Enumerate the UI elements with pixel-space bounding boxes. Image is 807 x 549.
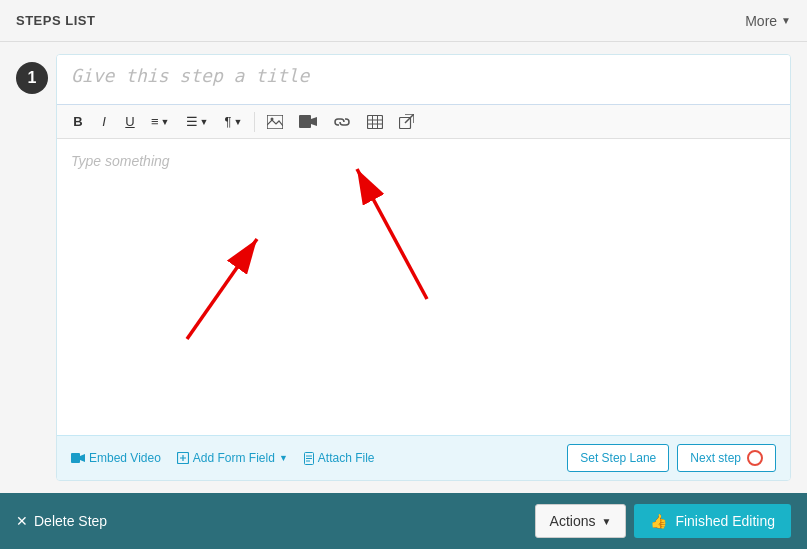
form-icon — [177, 452, 189, 464]
action-bar: ✕ Delete Step Actions ▼ 👍 Finished Editi… — [0, 493, 807, 549]
footer-buttons: Set Step Lane Next step — [567, 444, 776, 472]
actions-chevron-icon: ▼ — [601, 516, 611, 527]
table-button[interactable] — [361, 112, 389, 132]
attach-icon — [304, 452, 314, 465]
external-link-icon — [399, 114, 414, 129]
x-icon: ✕ — [16, 513, 28, 529]
table-icon — [367, 115, 383, 129]
next-step-button[interactable]: Next step — [677, 444, 776, 472]
editor-toolbar: B I U ≡▼ ☰▼ ¶▼ — [57, 105, 790, 139]
page-title: STEPS LIST — [16, 13, 95, 28]
editor-card: B I U ≡▼ ☰▼ ¶▼ — [56, 54, 791, 481]
delete-step-button[interactable]: ✕ Delete Step — [16, 513, 107, 529]
external-link-button[interactable] — [393, 111, 420, 132]
underline-button[interactable]: U — [119, 111, 141, 132]
action-buttons-group: Actions ▼ 👍 Finished Editing — [535, 504, 791, 538]
svg-rect-4 — [368, 115, 383, 128]
add-form-field-link[interactable]: Add Form Field ▼ — [177, 451, 288, 465]
svg-marker-3 — [311, 117, 317, 126]
unordered-list-button[interactable]: ☰▼ — [180, 111, 215, 132]
finished-editing-button[interactable]: 👍 Finished Editing — [634, 504, 791, 538]
video-small-icon — [71, 453, 85, 463]
image-button[interactable] — [261, 112, 289, 132]
step-number-badge: 1 — [16, 62, 48, 94]
card-footer: Embed Video Add Form Field ▼ — [57, 435, 790, 480]
bold-button[interactable]: B — [67, 111, 89, 132]
attach-file-link[interactable]: Attach File — [304, 451, 375, 465]
content-container: Type something — [57, 139, 790, 435]
svg-rect-2 — [299, 115, 311, 128]
ordered-list-button[interactable]: ≡▼ — [145, 111, 176, 132]
link-icon — [333, 116, 351, 128]
main-content: 1 B I U ≡▼ ☰▼ ¶▼ — [0, 42, 807, 493]
header: STEPS LIST More ▼ — [0, 0, 807, 42]
content-editor[interactable]: Type something — [57, 139, 790, 289]
svg-rect-15 — [71, 453, 80, 463]
svg-marker-16 — [80, 454, 85, 462]
svg-line-10 — [405, 114, 414, 123]
footer-links: Embed Video Add Form Field ▼ — [71, 451, 375, 465]
step-title-input[interactable] — [57, 55, 790, 105]
set-step-lane-button[interactable]: Set Step Lane — [567, 444, 669, 472]
link-button[interactable] — [327, 113, 357, 131]
italic-button[interactable]: I — [93, 111, 115, 132]
video-icon — [299, 115, 317, 128]
embed-video-link[interactable]: Embed Video — [71, 451, 161, 465]
actions-dropdown-button[interactable]: Actions ▼ — [535, 504, 627, 538]
next-step-circle-icon — [747, 450, 763, 466]
toolbar-separator — [254, 112, 255, 132]
paragraph-button[interactable]: ¶▼ — [218, 111, 248, 132]
video-button[interactable] — [293, 112, 323, 131]
more-button[interactable]: More ▼ — [745, 13, 791, 29]
thumbs-up-icon: 👍 — [650, 513, 667, 529]
chevron-down-icon: ▼ — [781, 15, 791, 26]
image-icon — [267, 115, 283, 129]
